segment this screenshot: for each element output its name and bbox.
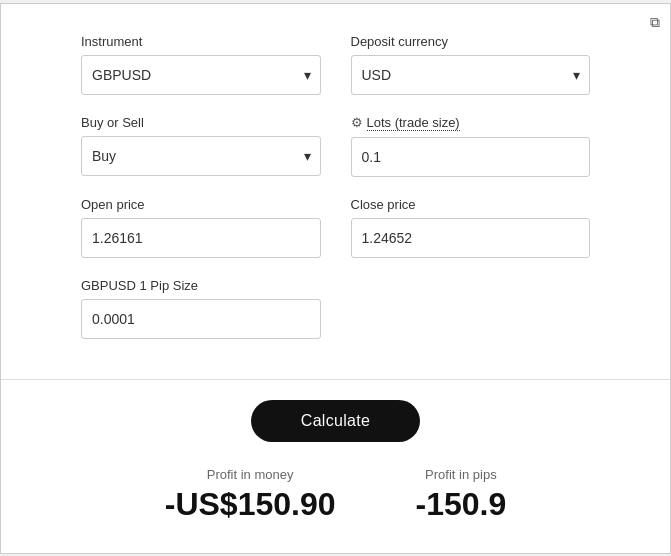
gear-icon: ⚙ — [351, 115, 363, 130]
lots-input[interactable] — [351, 137, 591, 177]
buy-sell-select[interactable]: Buy Sell — [81, 136, 321, 176]
pip-size-input[interactable] — [81, 299, 321, 339]
close-price-input[interactable] — [351, 218, 591, 258]
pip-size-group: GBPUSD 1 Pip Size — [81, 278, 321, 339]
external-link-icon[interactable]: ⧉ — [650, 14, 660, 31]
close-price-label: Close price — [351, 197, 591, 212]
open-price-label: Open price — [81, 197, 321, 212]
buy-sell-group: Buy or Sell Buy Sell — [81, 115, 321, 177]
instrument-select-wrapper: GBPUSD EURUSD USDJPY AUDUSD — [81, 55, 321, 95]
form-row-4: GBPUSD 1 Pip Size — [81, 278, 590, 339]
profit-pips-value: -150.9 — [416, 486, 507, 523]
calculator-container: ⧉ Instrument GBPUSD EURUSD USDJPY AUDUSD… — [0, 3, 671, 554]
profit-money-label: Profit in money — [207, 467, 294, 482]
buy-sell-select-wrapper: Buy Sell — [81, 136, 321, 176]
deposit-currency-select[interactable]: USD EUR GBP JPY — [351, 55, 591, 95]
profit-pips-item: Profit in pips -150.9 — [416, 467, 507, 523]
close-price-group: Close price — [351, 197, 591, 258]
form-section: Instrument GBPUSD EURUSD USDJPY AUDUSD D… — [1, 4, 670, 380]
profit-money-value: -US$150.90 — [165, 486, 336, 523]
form-row-3: Open price Close price — [81, 197, 590, 258]
form-row-1: Instrument GBPUSD EURUSD USDJPY AUDUSD D… — [81, 34, 590, 95]
instrument-select[interactable]: GBPUSD EURUSD USDJPY AUDUSD — [81, 55, 321, 95]
results-row: Profit in money -US$150.90 Profit in pip… — [81, 467, 590, 523]
pip-size-label: GBPUSD 1 Pip Size — [81, 278, 321, 293]
lots-group: ⚙Lots (trade size) — [351, 115, 591, 177]
result-section: Calculate Profit in money -US$150.90 Pro… — [1, 380, 670, 553]
profit-money-item: Profit in money -US$150.90 — [165, 467, 336, 523]
profit-pips-label: Profit in pips — [425, 467, 497, 482]
instrument-group: Instrument GBPUSD EURUSD USDJPY AUDUSD — [81, 34, 321, 95]
instrument-label: Instrument — [81, 34, 321, 49]
buy-sell-label: Buy or Sell — [81, 115, 321, 130]
deposit-currency-group: Deposit currency USD EUR GBP JPY — [351, 34, 591, 95]
open-price-group: Open price — [81, 197, 321, 258]
empty-group — [351, 278, 591, 339]
open-price-input[interactable] — [81, 218, 321, 258]
deposit-currency-label: Deposit currency — [351, 34, 591, 49]
deposit-currency-select-wrapper: USD EUR GBP JPY — [351, 55, 591, 95]
lots-label: ⚙Lots (trade size) — [351, 115, 591, 131]
form-row-2: Buy or Sell Buy Sell ⚙Lots (trade size) — [81, 115, 590, 177]
calculate-button[interactable]: Calculate — [251, 400, 420, 442]
